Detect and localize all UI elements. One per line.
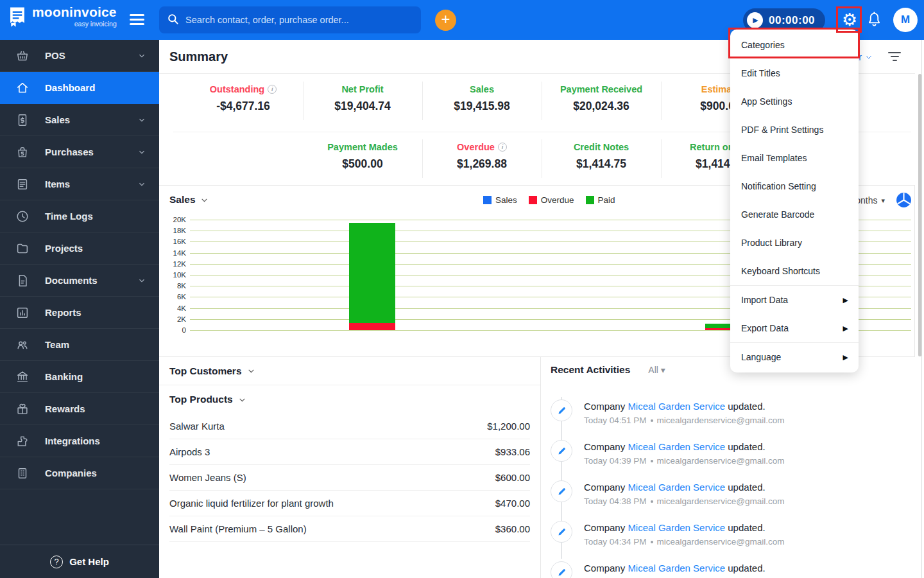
sidebar-item-pos[interactable]: POS (0, 40, 159, 72)
submenu-arrow-icon: ▶ (843, 324, 848, 333)
sidebar-item-items[interactable]: Items (0, 168, 159, 200)
stat-label: Sales (422, 84, 542, 94)
product-row-salwar-kurta[interactable]: Salwar Kurta$1,200.00 (169, 414, 530, 439)
menu-item-generate-barcode[interactable]: Generate Barcode (730, 200, 859, 229)
sidebar-item-time-logs[interactable]: Time Logs (0, 200, 159, 232)
company-link[interactable]: Miceal Garden Service (628, 441, 725, 452)
menu-item-product-library[interactable]: Product Library (730, 229, 859, 257)
notifications-bell-icon[interactable] (867, 12, 882, 30)
legend-overdue: Overdue (529, 195, 574, 205)
sidebar-item-purchases[interactable]: Purchases (0, 136, 159, 168)
time-tracker-button[interactable]: ▶ 00:00:00 (743, 8, 825, 32)
sidebar-item-sales[interactable]: Sales (0, 104, 159, 136)
sidebar-item-projects[interactable]: Projects (0, 232, 159, 265)
top-customers-header[interactable]: Top Customers (159, 357, 540, 385)
chevron-down-icon (137, 180, 146, 191)
add-button[interactable]: + (435, 10, 456, 31)
get-help-button[interactable]: ? Get Help (0, 545, 159, 578)
activities-filter-dropdown[interactable]: All ▾ (648, 365, 665, 375)
activity-item: Company Miceal Garden Service updated.To… (551, 521, 785, 547)
brand-logo[interactable]: mooninvoice easy invoicing (8, 5, 117, 28)
stats-row-1: Outstandingi-$4,677.16Net Profit$19,404.… (184, 74, 780, 129)
stat-sales: Sales$19,415.98 (422, 74, 542, 129)
menu-item-edit-titles[interactable]: Edit Titles (730, 59, 859, 87)
menu-item-email-templates[interactable]: Email Templates (730, 144, 859, 172)
product-row-airpods-3[interactable]: Airpods 3$933.06 (169, 439, 530, 465)
sidebar-item-reports[interactable]: Reports (0, 297, 159, 329)
sidebar-item-rewards[interactable]: Rewards (0, 393, 159, 425)
chevron-down-icon (137, 276, 146, 288)
chevron-down-icon (137, 116, 146, 127)
sidebar-nav: POSDashboardSalesPurchasesItemsTime Logs… (0, 40, 159, 489)
scrollbar-thumb[interactable] (918, 74, 921, 356)
chevron-down-icon (137, 51, 146, 63)
sidebar-item-dashboard[interactable]: Dashboard (0, 72, 159, 104)
product-row-wall-paint-premium-5-gallon[interactable]: Wall Paint (Premium – 5 Gallon)$360.00 (169, 516, 530, 542)
stat-value: $19,415.98 (422, 100, 542, 113)
chevron-down-icon (247, 367, 255, 375)
hamburger-menu-icon[interactable] (130, 14, 144, 28)
chart-legend: SalesOverduePaid (483, 195, 615, 205)
stat-label: Payment Received (542, 84, 661, 94)
menu-item-notification-setting[interactable]: Notification Setting (730, 172, 859, 200)
puzzle-icon (15, 434, 30, 448)
activity-item: Company Miceal Garden Service updated.To… (551, 480, 785, 506)
avatar[interactable]: M (893, 8, 918, 32)
stat-value: $1,269.88 (422, 157, 542, 171)
bar-paid-feb-26 (705, 324, 731, 329)
y-axis-tick: 4K (160, 304, 186, 312)
menu-item-app-settings[interactable]: App Settings (730, 87, 859, 116)
stat-credit-notes: Credit Notes$1,414.75 (542, 132, 661, 187)
search-icon (167, 13, 179, 28)
info-icon[interactable]: i (498, 143, 507, 152)
settings-dropdown-menu: CategoriesEdit TitlesApp SettingsPDF & P… (730, 30, 859, 372)
product-row-women-jeans-s[interactable]: Women Jeans (S)$600.00 (169, 465, 530, 491)
question-icon: ? (50, 556, 63, 568)
document-icon (15, 274, 30, 288)
stat-net-profit: Net Profit$19,404.74 (303, 74, 422, 129)
stat-label: Net Profit (303, 84, 422, 94)
info-icon[interactable]: i (268, 85, 277, 94)
menu-item-pdf-print-settings[interactable]: PDF & Print Settings (730, 116, 859, 144)
stat-label: Credit Notes (542, 142, 661, 152)
activity-item: Company Miceal Garden Service updated.To… (551, 399, 785, 425)
sidebar-item-documents[interactable]: Documents (0, 265, 159, 297)
stat-outstanding: Outstandingi-$4,677.16 (184, 74, 303, 129)
company-link[interactable]: Miceal Garden Service (628, 482, 725, 493)
menu-item-keyboard-shortcuts[interactable]: Keyboard Shortcuts (730, 257, 859, 285)
building-icon (15, 466, 30, 480)
settings-gear-icon[interactable]: ⚙ (839, 8, 860, 31)
brand-name: mooninvoice (32, 5, 117, 19)
company-link[interactable]: Miceal Garden Service (628, 563, 725, 574)
filter-icon[interactable] (888, 52, 901, 64)
menu-item-language[interactable]: Language▶ (730, 343, 859, 371)
menu-item-export-data[interactable]: Export Data▶ (730, 314, 859, 342)
stats-row-2: Payment Mades$500.00Overduei$1,269.88Cre… (184, 132, 780, 187)
menu-item-import-data[interactable]: Import Data▶ (730, 286, 859, 314)
search-input[interactable] (185, 15, 413, 25)
company-link[interactable]: Miceal Garden Service (628, 401, 725, 412)
stat-value: $1,414.75 (542, 157, 661, 171)
chart-period-selector[interactable]: onths ▾ (855, 195, 885, 206)
timer-value: 00:00:00 (769, 14, 815, 27)
chart-title-dropdown[interactable]: Sales (169, 194, 209, 206)
pie-chart-toggle-icon[interactable] (896, 192, 912, 208)
sidebar-item-companies[interactable]: Companies (0, 457, 159, 489)
activities-list: Company Miceal Garden Service updated.To… (551, 385, 915, 578)
bag-icon (15, 145, 30, 159)
y-axis-tick: 8K (160, 282, 186, 290)
sidebar-item-team[interactable]: Team (0, 329, 159, 361)
submenu-arrow-icon: ▶ (843, 296, 848, 304)
product-row-organic-liquid-fertilizer-for-plant-growth[interactable]: Organic liquid fertilizer for plant grow… (169, 491, 530, 516)
sidebar-item-integrations[interactable]: Integrations (0, 425, 159, 457)
y-axis-tick: 6K (160, 293, 186, 301)
legend-swatch (529, 196, 537, 204)
top-products-header[interactable]: Top Products (159, 385, 540, 414)
menu-item-categories[interactable]: Categories (730, 31, 859, 59)
sidebar-item-banking[interactable]: Banking (0, 361, 159, 393)
top-lists-panel: Top Customers Top Products Salwar Kurta$… (159, 357, 541, 578)
y-axis-tick: 2K (160, 315, 186, 323)
y-axis-tick: 12K (160, 260, 186, 268)
company-link[interactable]: Miceal Garden Service (628, 522, 725, 533)
recent-activities-title: Recent Activities (551, 364, 630, 376)
